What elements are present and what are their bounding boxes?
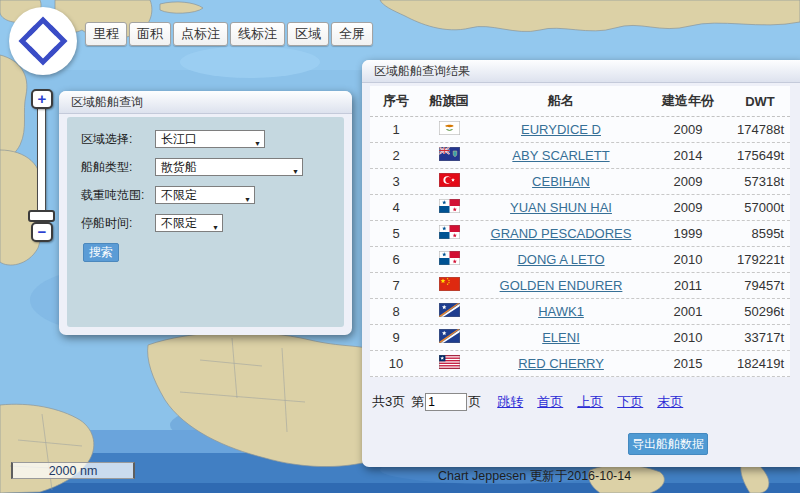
build-year: 2010 — [646, 330, 730, 345]
ship-type-select-label: 船舶类型: — [81, 159, 155, 176]
row-index: 5 — [370, 226, 422, 241]
ship-table-row: 5 GRAND PESCADORES 1999 8595t — [370, 221, 790, 247]
stop-time-select-value: 不限定 — [161, 216, 197, 230]
page-prefix: 第 — [411, 393, 424, 411]
toolbar-button-region[interactable]: 区域 — [287, 22, 329, 46]
zoom-slider-track[interactable] — [37, 102, 46, 226]
ship-table-row: 6 DONG A LETO 2010 179221t — [370, 247, 790, 273]
toolbar-button-point-label[interactable]: 点标注 — [173, 22, 228, 46]
build-year: 2001 — [646, 304, 730, 319]
zoom-in-button[interactable]: + — [31, 89, 53, 109]
region-select[interactable]: 长江口 ▼ — [155, 130, 265, 148]
map-application-window: + − 里程 面积 点标注 线标注 区域 全屏 区域船舶查询 区域选择: 长江口… — [0, 0, 800, 493]
build-year: 2014 — [646, 148, 730, 163]
ship-name-link[interactable]: GOLDEN ENDURER — [500, 278, 623, 293]
dwt-value: 174788t — [730, 122, 790, 137]
build-year: 2009 — [646, 122, 730, 137]
column-header-index: 序号 — [370, 92, 422, 110]
panama-flag-icon — [439, 225, 460, 239]
dwt-value: 50296t — [730, 304, 790, 319]
build-year: 2009 — [646, 200, 730, 215]
dwt-value: 175649t — [730, 148, 790, 163]
dwt-value: 182419t — [730, 356, 790, 371]
row-index: 8 — [370, 304, 422, 319]
search-button[interactable]: 搜索 — [83, 243, 119, 262]
ship-name-link[interactable]: ELENI — [542, 330, 580, 345]
first-page-link[interactable]: 首页 — [537, 393, 563, 411]
dwt-range-select-value: 不限定 — [161, 188, 197, 202]
chevron-down-icon: ▼ — [292, 164, 299, 180]
page-suffix: 页 — [468, 393, 481, 411]
row-index: 10 — [370, 356, 422, 371]
panama-flag-icon — [439, 251, 460, 265]
jump-page-link[interactable]: 跳转 — [497, 393, 523, 411]
ship-name-link[interactable]: RED CHERRY — [518, 356, 604, 371]
dwt-range-select[interactable]: 不限定 ▼ — [155, 186, 255, 204]
row-index: 9 — [370, 330, 422, 345]
ship-table-body: 1 EURYDICE D 2009 174788t 2 ABY SCARLETT… — [370, 117, 790, 377]
prev-page-link[interactable]: 上页 — [577, 393, 603, 411]
dwt-value: 33717t — [730, 330, 790, 345]
query-results-panel-titlebar[interactable]: 区域船舶查询结果 — [362, 60, 800, 83]
ship-name-link[interactable]: CEBIHAN — [532, 174, 590, 189]
export-ship-data-button[interactable]: 导出船舶数据 — [628, 433, 708, 455]
zoom-slider-handle[interactable] — [28, 210, 55, 222]
row-index: 4 — [370, 200, 422, 215]
page-total-text: 共3页 — [372, 393, 405, 411]
build-year: 2010 — [646, 252, 730, 267]
dwt-value: 179221t — [730, 252, 790, 267]
map-toolbar: 里程 面积 点标注 线标注 区域 全屏 — [85, 22, 373, 46]
toolbar-button-distance[interactable]: 里程 — [85, 22, 127, 46]
map-scale-bar: 2000 nm — [11, 462, 135, 479]
build-year: 2009 — [646, 174, 730, 189]
ship-table-row: 1 EURYDICE D 2009 174788t — [370, 117, 790, 143]
ship-table-row: 3 CEBIHAN 2009 57318t — [370, 169, 790, 195]
chevron-down-icon: ▼ — [244, 192, 251, 208]
turkey-flag-icon — [439, 173, 460, 187]
ship-table: 序号 船旗国 船名 建造年份 DWT 1 EURYDICE D 2009 174… — [370, 86, 790, 377]
column-header-flag: 船旗国 — [422, 92, 476, 110]
build-year: 2011 — [646, 278, 730, 293]
ship-type-select[interactable]: 散货船 ▼ — [155, 158, 303, 176]
ship-table-row: 9 ELENI 2010 33717t — [370, 325, 790, 351]
ship-name-link[interactable]: GRAND PESCADORES — [491, 226, 632, 241]
marshall-islands-flag-icon — [439, 303, 460, 317]
cyprus-flag-icon — [439, 121, 460, 135]
page-number-input[interactable] — [425, 393, 467, 411]
last-page-link[interactable]: 末页 — [657, 393, 683, 411]
ship-table-header: 序号 船旗国 船名 建造年份 DWT — [370, 86, 790, 117]
chevron-down-icon: ▼ — [212, 220, 219, 236]
stop-time-select[interactable]: 不限定 ▼ — [155, 214, 223, 232]
map-scale-label: 2000 nm — [49, 464, 98, 478]
ship-name-link[interactable]: HAWK1 — [538, 304, 584, 319]
ship-table-row: 8 HAWK1 2001 50296t — [370, 299, 790, 325]
ship-query-panel-titlebar[interactable]: 区域船舶查询 — [59, 91, 352, 114]
ship-name-link[interactable]: ABY SCARLETT — [512, 148, 609, 163]
map-attribution: Chart Jeppesen 更新于2016-10-14 — [438, 468, 631, 485]
toolbar-button-line-label[interactable]: 线标注 — [230, 22, 285, 46]
british-ensign-flag-icon — [439, 147, 460, 161]
row-index: 6 — [370, 252, 422, 267]
row-index: 3 — [370, 174, 422, 189]
ship-table-row: 2 ABY SCARLETT 2014 175649t — [370, 143, 790, 169]
ship-name-link[interactable]: EURYDICE D — [521, 122, 601, 137]
pan-compass[interactable] — [8, 6, 78, 76]
toolbar-button-area[interactable]: 面积 — [129, 22, 171, 46]
stop-time-select-label: 停船时间: — [81, 215, 155, 232]
ship-name-link[interactable]: YUAN SHUN HAI — [510, 200, 612, 215]
toolbar-button-fullscreen[interactable]: 全屏 — [331, 22, 373, 46]
liberia-flag-icon — [439, 355, 460, 369]
chevron-down-icon: ▼ — [254, 136, 261, 152]
ship-name-link[interactable]: DONG A LETO — [517, 252, 604, 267]
build-year: 2015 — [646, 356, 730, 371]
dwt-value: 57000t — [730, 200, 790, 215]
row-index: 7 — [370, 278, 422, 293]
dwt-value: 79457t — [730, 278, 790, 293]
dwt-value: 57318t — [730, 174, 790, 189]
next-page-link[interactable]: 下页 — [617, 393, 643, 411]
ship-query-panel: 区域船舶查询 区域选择: 长江口 ▼ 船舶类型: 散货船 ▼ 载重吨范围: 不限… — [59, 91, 352, 335]
panama-flag-icon — [439, 199, 460, 213]
dwt-value: 8595t — [730, 226, 790, 241]
ship-table-row: 4 YUAN SHUN HAI 2009 57000t — [370, 195, 790, 221]
zoom-out-button[interactable]: − — [31, 222, 53, 242]
